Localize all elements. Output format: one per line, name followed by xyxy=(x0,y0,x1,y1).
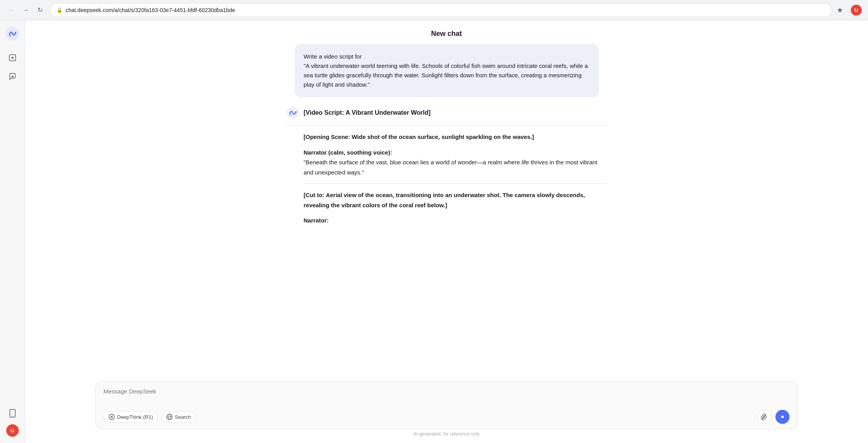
search-button[interactable]: Search xyxy=(161,411,196,423)
bookmark-star-icon[interactable]: ★ xyxy=(837,6,843,14)
ai-response-header: [Video Script: A Vibrant Underwater Worl… xyxy=(287,107,607,119)
search-label: Search xyxy=(175,414,191,420)
sidebar-bottom: U xyxy=(5,406,20,437)
svg-marker-3 xyxy=(12,57,14,59)
input-right-actions xyxy=(757,410,790,424)
lock-icon: 🔒 xyxy=(57,7,62,13)
ai-scene-1: [Opening Scene: Wide shot of the ocean s… xyxy=(304,132,607,142)
user-message-bubble: Write a video script for"A vibrant under… xyxy=(294,44,599,97)
sidebar: U xyxy=(0,20,25,443)
sidebar-mobile-button[interactable] xyxy=(5,406,20,421)
messages-area: Write a video script for"A vibrant under… xyxy=(25,44,868,381)
deepthink-label: DeepThink (R1) xyxy=(117,414,153,420)
input-box: DeepThink (R1) Search xyxy=(95,381,798,429)
sidebar-play-button[interactable] xyxy=(5,50,20,66)
ai-response: [Video Script: A Vibrant Underwater Worl… xyxy=(287,107,607,226)
deepthink-icon xyxy=(109,414,115,420)
footer-note: AI-generated, for reference only xyxy=(95,429,798,438)
send-icon xyxy=(780,414,785,420)
ai-content: [Opening Scene: Wide shot of the ocean s… xyxy=(287,132,607,226)
message-input[interactable] xyxy=(103,388,790,405)
browser-user-avatar[interactable]: U xyxy=(851,5,862,16)
input-area: DeepThink (R1) Search xyxy=(25,381,868,443)
ai-divider-2 xyxy=(304,183,607,184)
browser-nav: ← → ↻ xyxy=(6,5,45,16)
sidebar-logo xyxy=(5,27,20,42)
attach-button[interactable] xyxy=(757,410,772,424)
deepthink-button[interactable]: DeepThink (R1) xyxy=(103,411,158,423)
ai-narrator-label-2: Narrator: xyxy=(304,215,607,226)
url-display: chat.deepseek.com/a/chat/s/320fa163-03e7… xyxy=(66,7,825,13)
sidebar-user-avatar[interactable]: U xyxy=(6,424,19,437)
ai-narrator-label-1: Narrator (calm, soothing voice): "Beneat… xyxy=(304,148,607,178)
search-globe-icon xyxy=(166,414,173,420)
svg-point-9 xyxy=(295,111,297,113)
forward-button[interactable]: → xyxy=(20,5,31,16)
input-actions: DeepThink (R1) Search xyxy=(103,410,790,424)
attach-icon xyxy=(761,413,768,420)
user-message-text: Write a video script for"A vibrant under… xyxy=(304,53,588,88)
svg-point-1 xyxy=(15,32,16,34)
browser-chrome: ← → ↻ 🔒 chat.deepseek.com/a/chat/s/320fa… xyxy=(0,0,868,20)
ai-response-title: [Video Script: A Vibrant Underwater Worl… xyxy=(304,109,431,116)
main-content: New chat Write a video script for"A vibr… xyxy=(25,20,868,443)
ai-avatar xyxy=(287,107,299,119)
ai-divider-1 xyxy=(287,125,607,126)
svg-rect-17 xyxy=(781,416,784,418)
refresh-button[interactable]: ↻ xyxy=(34,5,45,16)
chat-title: New chat xyxy=(25,20,868,44)
app-layout: U New chat Write a video script for"A vi… xyxy=(0,20,868,443)
address-bar[interactable]: 🔒 chat.deepseek.com/a/chat/s/320fa163-03… xyxy=(50,3,832,17)
back-button[interactable]: ← xyxy=(6,5,17,16)
svg-point-7 xyxy=(12,416,13,416)
ai-scene-2: [Cut to: Aerial view of the ocean, trans… xyxy=(304,190,607,210)
ai-narrator-text-1: "Beneath the surface of the vast, blue o… xyxy=(304,159,597,176)
sidebar-new-chat-button[interactable] xyxy=(5,69,20,84)
send-button[interactable] xyxy=(775,410,790,424)
